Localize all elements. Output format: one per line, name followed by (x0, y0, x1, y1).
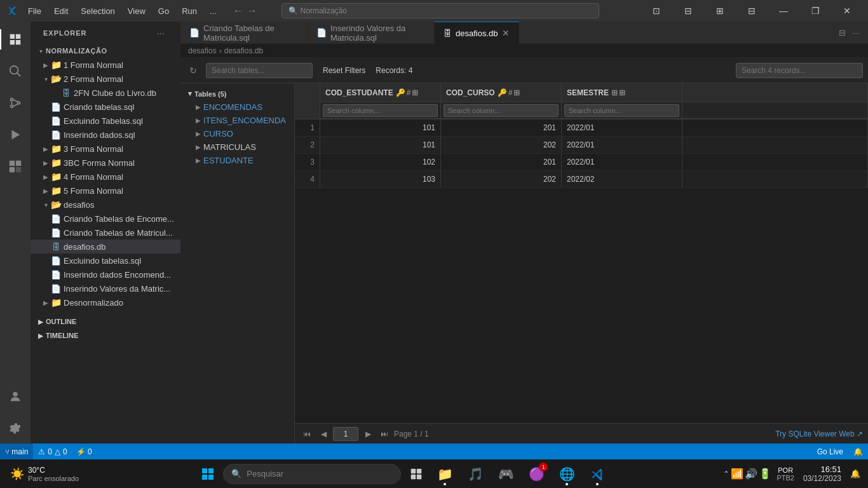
menu-go[interactable]: Go (153, 4, 174, 18)
taskbar-search[interactable]: 🔍 Pesquisar (223, 464, 401, 484)
col-search-input[interactable] (323, 104, 438, 117)
activity-accounts[interactable] (0, 381, 31, 412)
col-header-cod-estudante[interactable]: COD_ESTUDANTE 🔑 # ⊞ (320, 83, 440, 102)
notification-center-button[interactable]: 🔔 (848, 466, 863, 482)
taskbar-app-files[interactable]: 📁 (431, 461, 458, 487)
tab-desafios-db[interactable]: 🗄 desafios.db ✕ (435, 22, 519, 44)
tree-item-criando-mat[interactable]: 📄 Criando Tabelas de Matricul... (31, 226, 180, 240)
tree-item-inserindo-dados[interactable]: 📄 Inserindo dados.sql (31, 128, 180, 142)
activity-extensions[interactable] (0, 151, 31, 182)
activity-explorer[interactable] (0, 24, 31, 55)
activity-run-debug[interactable] (0, 119, 31, 150)
cell-cod-curso[interactable]: 201 (441, 119, 562, 136)
taskbar-weather[interactable]: ☀️ 30°C Parc ensolarado (5, 466, 84, 482)
table-item-encomendas[interactable]: ▶ ENCOMENDAS (180, 100, 294, 114)
wifi-icon[interactable]: 📶 (731, 468, 743, 480)
layout-toggle[interactable]: ⊡ (642, 0, 671, 22)
tree-item-5forma[interactable]: ▶ 📁 5 Forma Normal (31, 184, 180, 198)
tree-item-4forma[interactable]: ▶ 📁 4 Forma Normal (31, 170, 180, 184)
ime-indicator[interactable]: POR PTB2 (774, 466, 797, 482)
back-button[interactable]: ← (233, 5, 243, 17)
table-row[interactable]: 3 102 201 2022/01 (295, 154, 868, 171)
menu-view[interactable]: View (123, 4, 151, 18)
tables-search-input[interactable] (206, 63, 313, 78)
col-search-input[interactable] (444, 104, 559, 117)
outline-section[interactable]: ▶ OUTLINE (31, 315, 180, 329)
table-item-curso[interactable]: ▶ CURSO (180, 127, 294, 140)
tables-group-label[interactable]: ▾ Tables (5) (180, 87, 294, 100)
clock[interactable]: 16:51 03/12/2023 (799, 464, 845, 483)
tree-item-desnorm[interactable]: ▶ 📁 Desnormalizado (31, 295, 180, 309)
maximize-button[interactable]: ❐ (801, 0, 830, 22)
cell-semestre[interactable]: 2022/01 (562, 137, 682, 153)
tree-item-1forma[interactable]: ▶ 📁 1 Forma Normal (31, 58, 180, 72)
minimize-button[interactable]: — (769, 0, 798, 22)
panel-toggle[interactable]: ⊟ (674, 0, 703, 22)
start-button[interactable] (196, 463, 219, 485)
battery-icon[interactable]: 🔋 (759, 468, 771, 480)
forward-button[interactable]: → (247, 5, 257, 17)
sidebar-toggle[interactable]: ⊞ (705, 0, 735, 22)
table-item-itens[interactable]: ▶ ITENS_ENCOMENDA (180, 114, 294, 127)
split-editor-button[interactable]: ⊟ (835, 25, 849, 39)
activity-settings[interactable] (0, 413, 31, 444)
tree-item-3bc[interactable]: ▶ 📁 3BC Forma Normal (31, 156, 180, 170)
breadcrumb-part-1[interactable]: desafios (188, 46, 217, 55)
tree-item-excluindo-tabelas[interactable]: 📄 Excluindo Tabelas.sql (31, 114, 180, 128)
records-search-input[interactable] (736, 63, 863, 78)
tab-inserindo-matricula[interactable]: 📄 Inserindo Valores da Matricula.sql (308, 22, 435, 44)
cell-cod-estudante[interactable]: 103 (320, 171, 441, 187)
col-header-cod-curso[interactable]: COD_CURSO 🔑 # ⊞ (441, 83, 561, 102)
go-live-button[interactable]: Go Live (812, 444, 848, 459)
activity-source-control[interactable] (0, 88, 31, 118)
col-header-semestre[interactable]: SEMESTRE ⊞ ⊞ (562, 83, 682, 102)
tree-item-inserindo-enc[interactable]: 📄 Inserindo dados Encomend... (31, 268, 180, 281)
tree-item-2forma[interactable]: ▾ 📂 2 Forma Normal (31, 72, 180, 86)
close-button[interactable]: ✕ (832, 0, 862, 22)
menu-more[interactable]: ... (205, 4, 222, 18)
tree-item-inserindo-mat[interactable]: 📄 Inserindo Valores da Matric... (31, 281, 180, 295)
tree-item-excluindo-tab[interactable]: 📄 Excluindo tabelas.sql (31, 254, 180, 268)
tab-close-button[interactable]: ✕ (502, 28, 510, 38)
cell-semestre[interactable]: 2022/02 (562, 171, 682, 187)
lightning-status[interactable]: ⚡ 0 (72, 444, 96, 459)
last-page-button[interactable]: ⏭ (377, 427, 391, 441)
taskbar-app-vscode[interactable] (584, 461, 611, 487)
tree-item-2fn-db[interactable]: 🗄 2FN Clube do Livro.db (31, 86, 180, 100)
tree-item-criando-enc[interactable]: 📄 Criando Tabelas de Encome... (31, 212, 180, 226)
volume-icon[interactable]: 🔊 (745, 468, 757, 480)
cell-cod-curso[interactable]: 202 (441, 171, 562, 187)
table-row[interactable]: 4 103 202 2022/02 (295, 171, 868, 188)
cell-cod-curso[interactable]: 201 (441, 154, 562, 170)
reset-filters-button[interactable]: Reset Filters (318, 65, 370, 76)
col-search-input[interactable] (564, 104, 679, 117)
grid-view-toggle[interactable]: ⊟ (737, 0, 766, 22)
source-control-status[interactable]: ⑂ main (0, 444, 33, 459)
tree-item-desafios-db[interactable]: 🗄 desafios.db (31, 240, 180, 254)
cell-semestre[interactable]: 2022/01 (562, 119, 682, 136)
menu-selection[interactable]: Selection (76, 4, 119, 18)
global-search[interactable]: 🔍 Normalização (281, 3, 599, 18)
prev-page-button[interactable]: ◀ (316, 427, 330, 441)
tab-criando-matricula[interactable]: 📄 Criando Tabelas de Matricula.sql (180, 22, 308, 44)
table-row[interactable]: 2 101 202 2022/01 (295, 137, 868, 154)
first-page-button[interactable]: ⏮ (300, 427, 314, 441)
taskbar-app-discord[interactable]: 🟣 1 (523, 461, 550, 487)
more-actions-button[interactable]: ··· (849, 25, 863, 39)
breadcrumb-part-2[interactable]: desafios.db (224, 46, 263, 55)
taskbar-app-chrome[interactable]: 🌐 (553, 461, 580, 487)
taskbar-app-game[interactable]: 🎮 (492, 461, 519, 487)
tree-item-desafios[interactable]: ▾ 📂 desafios (31, 198, 180, 212)
notification-bell[interactable]: 🔔 (848, 444, 868, 459)
table-item-matriculas[interactable]: ▶ MATRICULAS (180, 140, 294, 154)
tree-item-criando-tabelas[interactable]: 📄 Criando tabelas.sql (31, 100, 180, 114)
cell-cod-estudante[interactable]: 101 (320, 119, 441, 136)
menu-edit[interactable]: Edit (49, 4, 73, 18)
sidebar-more-button[interactable]: ··· (154, 26, 168, 40)
errors-status[interactable]: ⚠ 0 △ 0 (33, 444, 72, 459)
tree-item-3forma[interactable]: ▶ 📁 3 Forma Normal (31, 142, 180, 156)
cell-cod-estudante[interactable]: 101 (320, 137, 441, 153)
tray-expand-icon[interactable]: ⌃ (723, 470, 729, 478)
page-input[interactable] (333, 427, 358, 441)
activity-search[interactable] (0, 56, 31, 86)
